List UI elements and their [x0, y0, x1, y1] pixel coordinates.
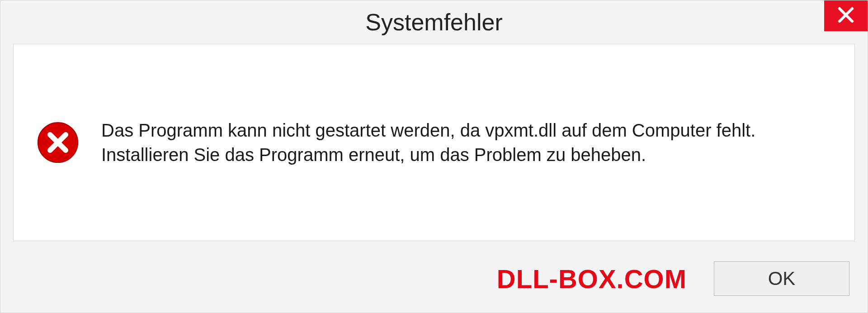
close-icon	[837, 6, 855, 26]
ok-button-label: OK	[768, 268, 796, 289]
close-button[interactable]	[824, 0, 868, 31]
ok-button[interactable]: OK	[714, 261, 849, 296]
content-panel: Das Programm kann nicht gestartet werden…	[13, 44, 855, 241]
error-dialog-window: Systemfehler Das Programm kann nicht ges…	[0, 0, 868, 313]
titlebar: Systemfehler	[0, 0, 868, 44]
dialog-footer: DLL-BOX.COM OK	[0, 254, 868, 313]
dialog-title: Systemfehler	[365, 9, 502, 36]
error-message-text: Das Programm kann nicht gestartet werden…	[101, 118, 832, 167]
error-icon	[36, 121, 80, 164]
watermark-text: DLL-BOX.COM	[497, 264, 687, 294]
